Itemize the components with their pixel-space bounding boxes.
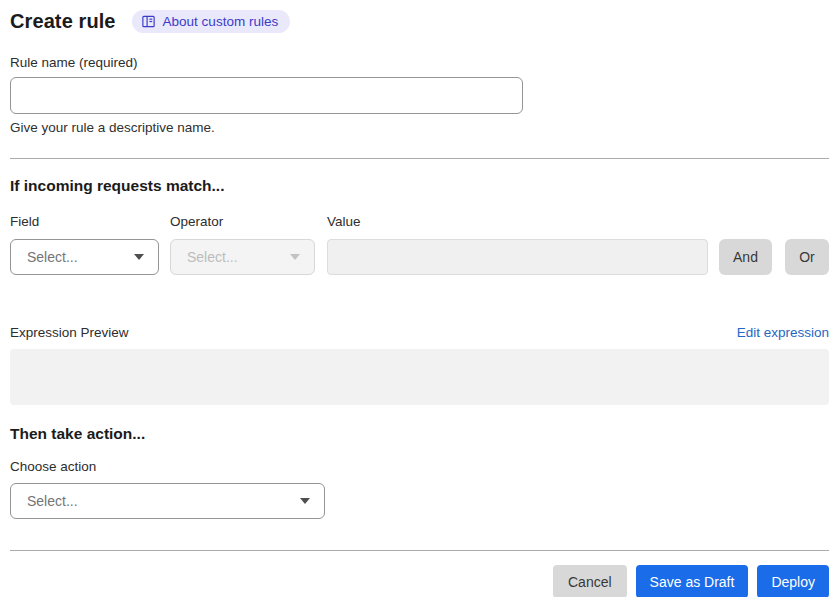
match-builder-row: Field Select... Operator Select... Value… xyxy=(10,214,829,275)
chevron-down-icon xyxy=(300,498,310,504)
field-select[interactable]: Select... xyxy=(10,239,159,275)
rule-name-input[interactable] xyxy=(10,77,523,114)
field-label: Field xyxy=(10,214,159,229)
field-column: Field Select... xyxy=(10,214,159,275)
and-button[interactable]: And xyxy=(719,239,772,275)
choose-action-value: Select... xyxy=(27,493,78,509)
cancel-button[interactable]: Cancel xyxy=(553,565,627,597)
section-divider xyxy=(10,158,829,159)
book-icon xyxy=(141,14,156,29)
save-as-draft-button[interactable]: Save as Draft xyxy=(636,565,749,597)
page-header: Create rule About custom rules xyxy=(10,10,829,33)
edit-expression-link[interactable]: Edit expression xyxy=(737,325,829,340)
about-custom-rules-link[interactable]: About custom rules xyxy=(132,10,291,33)
operator-label: Operator xyxy=(170,214,315,229)
value-column: Value xyxy=(327,214,708,275)
expression-preview-box xyxy=(10,349,829,405)
chevron-down-icon xyxy=(290,254,300,260)
expression-preview-header: Expression Preview Edit expression xyxy=(10,325,829,340)
choose-action-label: Choose action xyxy=(10,459,829,474)
page-title: Create rule xyxy=(10,10,116,33)
create-rule-page: Create rule About custom rules Rule name… xyxy=(0,0,839,597)
match-section-heading: If incoming requests match... xyxy=(10,177,829,195)
value-label: Value xyxy=(327,214,708,229)
operator-column: Operator Select... xyxy=(170,214,315,275)
about-custom-rules-label: About custom rules xyxy=(163,14,279,29)
chevron-down-icon xyxy=(134,254,144,260)
action-section-heading: Then take action... xyxy=(10,425,829,443)
operator-select-value: Select... xyxy=(187,249,238,265)
footer-divider xyxy=(10,550,829,551)
or-button[interactable]: Or xyxy=(785,239,829,275)
operator-select: Select... xyxy=(170,239,315,275)
expression-preview-label: Expression Preview xyxy=(10,325,129,340)
rule-name-label: Rule name (required) xyxy=(10,55,829,70)
rule-name-helper: Give your rule a descriptive name. xyxy=(10,120,829,135)
field-select-value: Select... xyxy=(27,249,78,265)
choose-action-select[interactable]: Select... xyxy=(10,483,325,519)
value-input xyxy=(327,239,708,275)
footer-actions: Cancel Save as Draft Deploy xyxy=(10,565,829,597)
deploy-button[interactable]: Deploy xyxy=(757,565,829,597)
